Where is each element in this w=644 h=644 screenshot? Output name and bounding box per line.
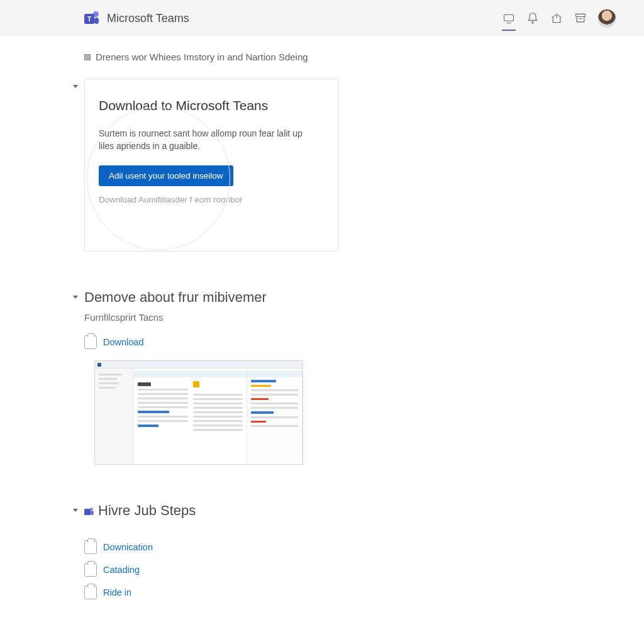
section-subtitle: Furnfilcsprirt Tacns [84,312,553,323]
breadcrumb-text: Dreners wor Whiees Imstory in and Nartio… [96,52,308,62]
home-icon[interactable] [550,11,564,25]
svg-rect-4 [576,14,586,16]
step-link-row: Ride in [84,586,553,599]
document-icon [84,563,97,577]
download-primary-button[interactable]: Adil usent your tooled inseilow [99,165,233,186]
download-section: Download to Microsoft Teans Surtem is ro… [84,79,553,252]
document-icon [84,586,97,599]
breadcrumb: Dreners wor Whiees Imstory in and Nartio… [84,52,553,62]
step-link-row: Catading [84,563,553,577]
teams-mini-logo-icon [84,506,94,516]
svg-point-2 [532,21,534,23]
svg-rect-0 [504,14,514,21]
page-body: Dreners wor Whiees Imstory in and Nartio… [0,36,644,644]
step-link[interactable]: Catading [103,565,140,575]
download-link-row: Download [84,335,553,349]
download-link[interactable]: Download [103,337,144,347]
archive-icon[interactable] [574,11,587,25]
document-icon [84,540,97,554]
card-description: Surtem is rournect sant how allomp roun … [99,127,313,153]
bell-icon[interactable] [526,11,540,25]
app-title: Microsoft Teams [107,12,189,25]
user-avatar[interactable] [597,9,616,28]
steps-section: Hivre Jub Steps Downication Catading Rid… [84,502,553,599]
app-screenshot-thumbnail [94,360,303,465]
download-card: Download to Microsoft Teans Surtem is ro… [84,79,338,252]
section-caret-icon[interactable] [73,509,78,512]
section-title: Demove about frur mibivemer [84,289,553,306]
download-secondary-link[interactable]: Download Aumifitiasder f eom roonbor [99,192,324,207]
card-title: Download to Microsoft Teans [99,98,324,113]
section-caret-icon[interactable] [73,85,78,88]
section-caret-icon[interactable] [73,296,78,299]
app-header: T Microsoft Teams [0,0,644,36]
step-link-row: Downication [84,540,553,554]
breadcrumb-marker-icon [84,54,91,60]
step-link[interactable]: Downication [103,542,153,552]
teams-logo-icon: T [84,10,101,26]
demo-section: Demove about frur mibivemer Furnfilcspri… [84,289,553,465]
section-title-text: Hivre Jub Steps [98,502,196,518]
step-link[interactable]: Ride in [103,587,131,597]
section-title: Hivre Jub Steps [84,502,553,519]
monitor-icon[interactable] [502,17,516,31]
document-icon [84,335,97,349]
header-actions [502,0,616,36]
